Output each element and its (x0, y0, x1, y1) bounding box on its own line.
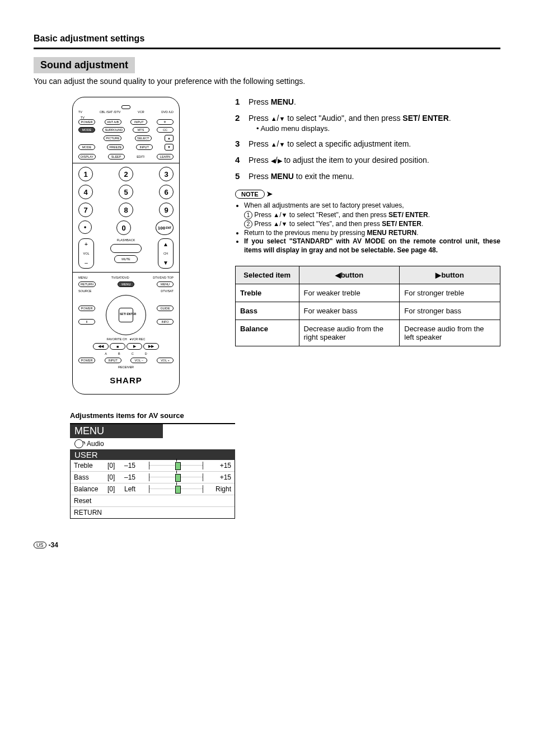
page-title: Sound adjustment (34, 57, 135, 73)
intro-text: You can adjust the sound quality to your… (34, 77, 500, 86)
set-enter-label: SET/ ENTER (120, 312, 136, 316)
step-2-sub: • Audio menu displays. (256, 124, 500, 134)
ch-label: CH (163, 252, 168, 255)
digit-8-button[interactable]: 8 (119, 203, 133, 217)
receiver-label: RECEIVER (78, 365, 174, 369)
up-triangle-icon: ▲ (271, 115, 277, 122)
digit-7-button[interactable]: 7 (78, 203, 93, 217)
guide-button[interactable]: GUIDE (157, 306, 174, 311)
page-footer: US -34 (34, 541, 500, 549)
user-header: USER (70, 449, 235, 460)
circled-1-icon: 1 (244, 211, 252, 219)
receiver-vol-down-button[interactable]: VOL – (130, 358, 147, 363)
dpad[interactable]: SET/ ENTER (106, 295, 146, 335)
table-row: Bass For weaker bass For stronger bass (236, 302, 500, 320)
vol-rocker[interactable]: + VOL – (78, 238, 94, 269)
mute-button[interactable]: MUTE (114, 255, 138, 263)
down-arrow-button[interactable]: ▼ (165, 144, 174, 151)
ch-up-icon: ▲ (163, 241, 168, 247)
transport-a-label: A (105, 352, 107, 355)
vol-down-icon: – (85, 260, 88, 266)
down-triangle-icon: ▼ (279, 141, 285, 148)
dtvsat-label: DTV/SAT (161, 289, 174, 293)
device-labels: TV CBL /SAT /DTV VCR DVD /LD (78, 110, 174, 114)
steps-list: 1 Press MENU. 2 Press ▲/▼ to select "Aud… (235, 97, 500, 182)
slider-treble (149, 462, 203, 469)
light-button[interactable]: ✳ (157, 119, 174, 125)
note-bullet-3: If you select "STANDARD" with AV MODE on… (244, 237, 500, 255)
edit-label: EDIT/ (137, 155, 144, 158)
page-number: -34 (49, 541, 58, 549)
ch-down-icon: ▼ (163, 260, 168, 266)
menu-button[interactable]: MENU (118, 281, 134, 287)
top-menu-button[interactable]: MENU (157, 281, 174, 287)
digit-3-button[interactable]: 3 (159, 167, 174, 181)
note-bullet-1: When all adjustments are set to factory … (244, 201, 500, 229)
device-tv: TV (78, 110, 82, 114)
fav-ch-label: FAVORITE CH ●VCR REC (78, 337, 174, 341)
rewind-button[interactable]: ◀◀ (93, 343, 109, 350)
stop-button[interactable]: ■ (110, 343, 125, 350)
th-right-button: ▶button (400, 266, 500, 284)
digit-5-button[interactable]: 5 (119, 185, 133, 199)
source-power-button[interactable]: POWER (78, 306, 95, 311)
cc-button[interactable]: CC (157, 127, 174, 133)
dtvdvdtop-label: DTV/DVD TOP (153, 276, 174, 279)
divider (34, 48, 500, 49)
view-mode-button[interactable]: MODE (78, 144, 95, 150)
note-block: NOTE➤ When all adjustments are set to fa… (235, 190, 500, 255)
mode-button[interactable]: MODE (78, 127, 95, 133)
dot-button[interactable]: • (78, 220, 92, 234)
select-button[interactable]: SELECT (135, 135, 152, 141)
freeze-button[interactable]: FREEZE (107, 144, 124, 150)
ant-ab-button[interactable]: ANT A/B (105, 119, 121, 125)
mts-button[interactable]: MTS (133, 127, 149, 133)
brand-logo: SHARP (78, 375, 174, 385)
digit-4-button[interactable]: 4 (78, 185, 93, 199)
digit-6-button[interactable]: 6 (159, 185, 174, 199)
item-return: RETURN (71, 506, 235, 518)
note-bullet-2: Return to the previous menu by pressing … (244, 229, 500, 238)
picture-button[interactable]: PICTURE (104, 135, 121, 141)
menu-label: MENU (78, 276, 87, 279)
menu-caption: Adjustments items for AV source (70, 411, 500, 420)
display-button[interactable]: DISPLAY (78, 154, 96, 159)
receiver-power-button[interactable]: POWER (78, 358, 95, 363)
digit-0-button[interactable]: 0 (116, 220, 131, 235)
sub-input-button[interactable]: INPUT (136, 144, 153, 150)
digit-1-button[interactable]: 1 (78, 167, 93, 181)
input-button[interactable]: INPUT (130, 119, 147, 125)
table-row: Treble For weaker treble For stronger tr… (236, 284, 500, 302)
transport-c-label: C (132, 352, 134, 355)
ch-rocker[interactable]: ▲ CH ▼ (158, 238, 174, 269)
flashback-button[interactable] (110, 244, 142, 253)
receiver-vol-up-button[interactable]: VOL + (157, 358, 174, 363)
item-reset: Reset (71, 495, 235, 506)
menu-preview: MENU Audio USER Treble [0] –15 +15 Bass … (70, 423, 235, 519)
slider-bass (149, 473, 203, 481)
play-button[interactable]: ▶ (127, 343, 142, 350)
ffwd-button[interactable]: ▶▶ (143, 343, 159, 350)
pause-button[interactable]: II (78, 319, 95, 325)
menu-return-button[interactable]: RETURN (78, 281, 96, 287)
adjustment-table: Selected item ◀button ▶button Treble For… (235, 266, 500, 346)
info-button[interactable]: INFO (157, 319, 174, 325)
digit-100-button[interactable]: 100ENT (156, 220, 174, 235)
note-label: NOTE (235, 190, 265, 199)
up-arrow-button[interactable]: ▲ (165, 135, 174, 142)
vol-label: VOL (83, 252, 89, 255)
power-button[interactable]: POWER (78, 119, 95, 125)
step-5: 5 Press MENU to exit the menu. (235, 171, 500, 182)
slider-balance (149, 485, 203, 493)
tvsatdvd-label: TV/SAT/DVD (111, 276, 129, 279)
digit-9-button[interactable]: 9 (159, 203, 174, 217)
learn-button[interactable]: LEARN (157, 154, 174, 159)
menu-header: MENU (70, 424, 163, 438)
remote-figure: TV CBL /SAT /DTV VCR DVD /LD TV POWER AN… (34, 97, 218, 395)
digit-2-button[interactable]: 2 (119, 167, 133, 181)
note-arrow-icon: ➤ (266, 190, 273, 198)
receiver-input-button[interactable]: INPUT (105, 358, 121, 363)
surround-button[interactable]: SURROUND (102, 127, 125, 133)
up-triangle-icon: ▲ (271, 141, 277, 148)
sleep-button[interactable]: SLEEP (108, 154, 125, 159)
